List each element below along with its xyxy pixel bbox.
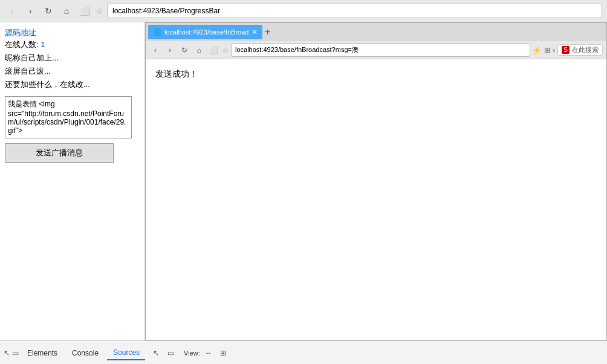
search-label: 在此搜索 xyxy=(572,45,599,54)
tab-close-button[interactable]: ✕ xyxy=(252,28,258,36)
main-area: 源码地址 在线人数: 1 昵称自己加上... 滚屏自己滚... 还要加些什么，在… xyxy=(0,22,607,364)
browser-chrome: ‹ › ↻ ⌂ ⬜ ☆ xyxy=(0,0,607,22)
view-icon2[interactable]: ⊞ xyxy=(217,347,229,359)
popup-address-bar[interactable] xyxy=(231,44,530,57)
reload-button[interactable]: ↻ xyxy=(41,4,56,18)
devtools-icons: ↖ ▭ xyxy=(150,347,177,359)
left-panel: 源码地址 在线人数: 1 昵称自己加上... 滚屏自己滚... 还要加些什么，在… xyxy=(0,22,145,364)
star-icon: ☆ xyxy=(96,6,103,16)
nickname-info: 昵称自己加上... xyxy=(5,53,140,63)
popup-tab[interactable]: 🌐 localhost:4923/base/fnBroadcast ✕ xyxy=(148,25,262,39)
address-bar[interactable] xyxy=(107,4,602,18)
tablet-button[interactable]: ⬜ xyxy=(77,4,92,18)
forward-button[interactable]: › xyxy=(23,4,37,18)
send-button[interactable]: 发送广播消息 xyxy=(5,143,114,163)
globe-icon: 🌐 xyxy=(153,28,162,36)
popup-back-button[interactable]: ‹ xyxy=(149,44,161,56)
view-icon1[interactable]: ↔ xyxy=(203,347,215,359)
right-panel: ⧉ 🌐 localhost:4923/base/fnBroadcast ✕ + … xyxy=(145,22,607,364)
online-label: 在线人数: xyxy=(5,40,39,49)
elements-tab[interactable]: Elements xyxy=(21,346,63,360)
mobile-icon[interactable]: ▭ xyxy=(12,349,19,357)
popup-lightning-icon: ⚡ xyxy=(533,46,542,54)
sources-tab[interactable]: Sources xyxy=(107,346,146,360)
console-tab[interactable]: Console xyxy=(66,346,105,360)
popup-reload-button[interactable]: ↻ xyxy=(178,44,190,56)
popup-more-icon: › xyxy=(553,46,555,54)
cursor-icon[interactable]: ↖ xyxy=(4,349,10,357)
online-info: 在线人数: 1 xyxy=(5,39,140,50)
new-tab-button[interactable]: + xyxy=(265,27,270,37)
popup-browser: 🌐 localhost:4923/base/fnBroadcast ✕ + ‹ … xyxy=(145,22,607,340)
extra-info: 还要加些什么，在线改... xyxy=(5,79,140,90)
success-message: 发送成功！ xyxy=(155,69,198,79)
message-textarea[interactable]: 我是表情 <img src="http://forum.csdn.net/Poi… xyxy=(5,96,132,138)
popup-tab-bar: 🌐 localhost:4923/base/fnBroadcast ✕ + xyxy=(146,23,606,41)
source-link[interactable]: 源码地址 xyxy=(5,27,140,38)
mobile-tool-button[interactable]: ▭ xyxy=(164,347,177,359)
devtools-bar: ↖ ▭ View: ↔ ⊞ xyxy=(145,340,607,364)
view-label: View: xyxy=(184,349,200,357)
popup-content: 发送成功！ xyxy=(146,59,606,340)
popup-forward-button[interactable]: › xyxy=(164,44,176,56)
left-bottom-toolbar: ↖ ▭ Elements Console Sources xyxy=(0,340,145,364)
back-button[interactable]: ‹ xyxy=(5,4,19,18)
scroll-info: 滚屏自己滚... xyxy=(5,66,140,77)
popup-grid-icon: ⊞ xyxy=(544,46,550,54)
tab-title: localhost:4923/base/fnBroadcast xyxy=(164,28,249,36)
browser-toolbar: ‹ › ↻ ⌂ ⬜ ☆ xyxy=(0,0,607,22)
cursor-tool-button[interactable]: ↖ xyxy=(150,347,162,359)
sogou-icon: S xyxy=(562,46,570,54)
popup-nav-bar: ‹ › ↻ ⌂ ⬜ ☆ ⚡ ⊞ › S 在此搜索 xyxy=(146,41,606,59)
popup-tablet-button[interactable]: ⬜ xyxy=(207,44,219,56)
online-count: 1 xyxy=(41,40,45,49)
popup-home-button[interactable]: ⌂ xyxy=(193,44,205,56)
home-button[interactable]: ⌂ xyxy=(59,4,74,18)
popup-star-icon: ☆ xyxy=(222,46,229,54)
